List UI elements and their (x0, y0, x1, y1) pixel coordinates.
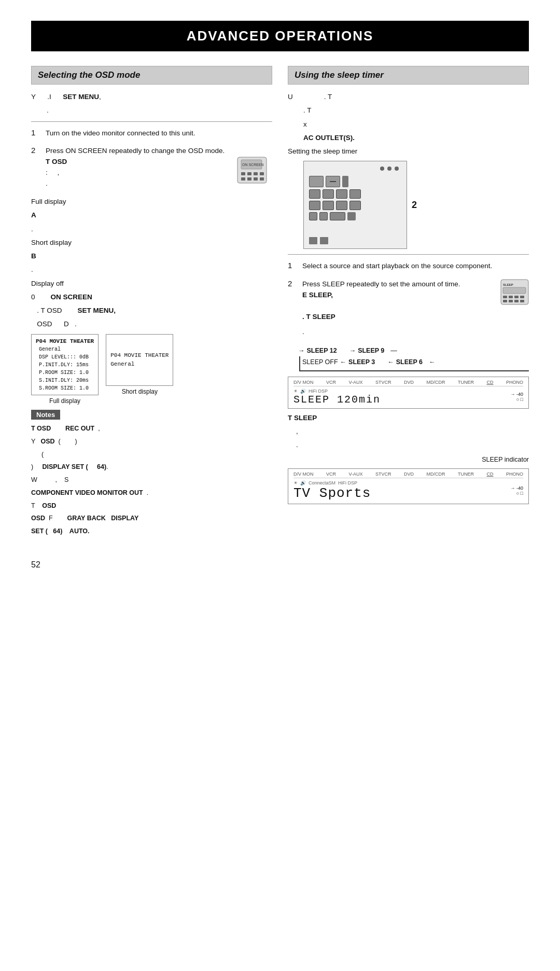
short-display-letter: B (31, 251, 272, 261)
dot-separator: . (31, 224, 272, 234)
svg-rect-14 (503, 296, 507, 298)
step-2: 2 Press ON SCREEN repeatedly to change t… (31, 146, 272, 189)
display-off-label: Display off (31, 279, 272, 289)
dot-separator2: . (31, 265, 272, 275)
svg-text:SLEEP: SLEEP (503, 283, 513, 286)
svg-rect-10 (260, 177, 264, 181)
sleep-120min-panel: D/V MONVCRV-AUXSTVCRDVDMD/CDRTUNERCDPHON… (288, 377, 529, 409)
display-off-line3: OSD D . (31, 319, 272, 329)
note-6: COMPONENT VIDEO MONITOR OUT . (31, 488, 272, 498)
note-4: ) DISPLAY SET ( 64). (31, 462, 272, 472)
sleep-diagram: → SLEEP 12 → SLEEP 9 — SLEEP OFF ← SLEEP… (298, 345, 529, 371)
intro-sub: . (31, 105, 272, 116)
svg-rect-5 (254, 172, 258, 175)
right-step-2: 2 Press SLEEP repeatedly to set the amou… (288, 279, 529, 338)
note-3: ( (41, 450, 272, 460)
left-section-heading: Selecting the OSD mode (31, 66, 272, 85)
page-title-bar: ADVANCED OPERATIONS (31, 21, 529, 51)
full-display-letter: A (31, 210, 272, 220)
sleep-remote-icon: SLEEP (500, 279, 529, 305)
note-7: T OSD (31, 501, 272, 511)
step-1: 1 Turn on the video monitor connected to… (31, 128, 272, 139)
panel2-right: → -40○ □ (510, 486, 523, 496)
full-display-label: Full display (31, 197, 272, 207)
setting-label: Setting the sleep timer (288, 146, 529, 157)
right-section-heading: Using the sleep timer (288, 66, 529, 85)
note-5: W , S (31, 475, 272, 485)
receiver-label-2: 2 (412, 200, 417, 211)
display-off-line2: . T OSD SET MENU, (31, 306, 272, 316)
svg-rect-18 (503, 300, 507, 302)
short-display-caption: Short display (106, 388, 173, 395)
svg-rect-19 (509, 300, 513, 302)
t-sleep-after-panel: T SLEEP (288, 413, 529, 423)
notes-label: Notes (31, 410, 60, 420)
sleep-indicator-label: SLEEP indicator (288, 455, 529, 465)
svg-rect-8 (247, 177, 251, 181)
t-sleep-dot: , (296, 426, 529, 437)
svg-rect-4 (247, 172, 251, 175)
right-intro-ac: AC OUTLET(S). (303, 133, 529, 143)
right-step-1: 1 Select a source and start playback on … (288, 261, 529, 272)
panel1-main-text: SLEEP 120min (293, 394, 381, 406)
svg-rect-16 (514, 296, 519, 298)
svg-rect-7 (241, 177, 245, 181)
svg-rect-9 (254, 177, 258, 181)
svg-rect-20 (514, 300, 519, 302)
svg-rect-13 (503, 287, 526, 294)
note-1: T OSD REC OUT , (31, 424, 272, 434)
full-display-caption: Full display (31, 397, 99, 405)
panel2-header: D/V MONVCRV-AUXSTVCRDVDMD/CDRTUNERCDPHON… (293, 471, 523, 478)
short-display-label: Short display (31, 238, 272, 248)
svg-rect-6 (260, 172, 264, 175)
t-sleep-dot2: . (296, 440, 529, 450)
svg-rect-17 (520, 296, 524, 298)
panel1-right: → -40○ □ (510, 392, 523, 402)
svg-text:ON SCREEN: ON SCREEN (242, 163, 264, 167)
right-intro-t2: . T (303, 105, 529, 116)
left-column: Selecting the OSD mode Y .I SET MENU, . … (31, 66, 272, 539)
page-number: 52 (31, 560, 529, 570)
svg-rect-15 (509, 296, 513, 298)
short-display-box-content: P04 MOVIE THEATER General (106, 334, 173, 386)
t-sleep-sub: . T SLEEP (302, 312, 529, 323)
right-intro-u: U . T (288, 92, 529, 102)
notes-section: Notes T OSD REC OUT , Y OSD ( ) ( ) DISP… (31, 410, 272, 536)
intro-y: Y .I SET MENU, (31, 92, 272, 102)
note-8: OSD F GRAY BACK DISPLAY (31, 514, 272, 523)
on-screen-remote-icon: ON SCREEN (237, 157, 267, 184)
receiver-illustration: 2 (303, 161, 407, 249)
note-9: SET ( 64) AUTO. (31, 526, 272, 536)
panel1-header: D/V MONVCRV-AUXSTVCRDVDMD/CDRTUNERCDPHON… (293, 380, 523, 386)
panel2-main-text: TV Sports (293, 486, 371, 501)
note-2: Y OSD ( ) (31, 437, 272, 447)
right-divider (288, 254, 529, 255)
display-boxes: P04 MOVIE THEATER General DSP LEVEL::: 0… (31, 334, 272, 405)
svg-rect-3 (241, 172, 245, 175)
right-intro-x: x (303, 119, 529, 130)
display-off-line1: 0 ON SCREEN (31, 292, 272, 302)
svg-rect-21 (520, 300, 524, 302)
right-column: Using the sleep timer U . T . T x AC OUT… (288, 66, 529, 539)
short-display-box: P04 MOVIE THEATER General Short display (106, 334, 173, 405)
dot-spacer: . (302, 327, 529, 338)
tv-sports-panel: D/V MONVCRV-AUXSTVCRDVDMD/CDRTUNERCDPHON… (288, 468, 529, 504)
full-display-box-content: P04 MOVIE THEATER General DSP LEVEL::: 0… (31, 334, 99, 396)
divider-line (31, 121, 272, 122)
full-display-box: P04 MOVIE THEATER General DSP LEVEL::: 0… (31, 334, 99, 405)
